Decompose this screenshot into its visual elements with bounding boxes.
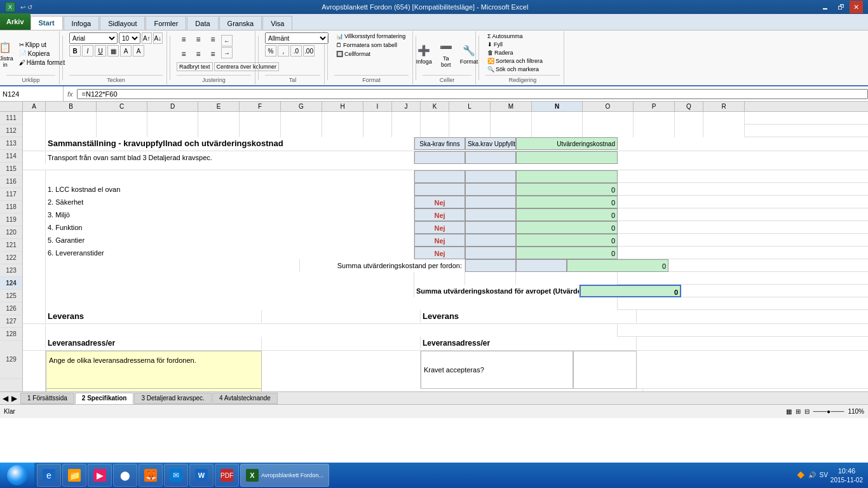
clock[interactable]: 10:46 2015-11-02 [831,466,863,484]
arkiv-button[interactable]: Arkiv [0,13,31,30]
col-header-b[interactable]: B [46,102,97,111]
row-num-128[interactable]: 128 [0,328,22,341]
row-num-130[interactable]: 130 [0,379,22,391]
sheet-nav-right[interactable]: ▶ [11,394,17,403]
cell-b121[interactable]: 6. Levereranstider [46,247,414,259]
cell-b115[interactable] [46,170,414,183]
cell-p111[interactable] [634,112,675,125]
cell-b128[interactable]: Leveransadress/er [46,337,262,349]
cell-p113[interactable]: Utvärderingskostnad [516,137,618,150]
row-num-124[interactable]: 124 [0,277,22,290]
row-num-111[interactable]: 111 [0,112,22,125]
insert-button[interactable]: ➕ Infoga [414,41,435,66]
cell-a118[interactable] [23,208,46,221]
sheet-tab-2[interactable]: 2 Specifikation [75,393,134,404]
cell-l111[interactable] [449,112,491,125]
cell-j111[interactable] [392,112,421,125]
row-num-121[interactable]: 121 [0,239,22,252]
delete-button[interactable]: ➖ Ta bort [436,38,456,69]
cell-c111[interactable] [97,112,147,125]
view-layout-icon[interactable]: ⊞ [796,408,801,415]
cell-p116[interactable]: 0 [516,183,618,196]
sheet-tab-3[interactable]: 3 Detaljerad kravspec. [134,393,212,404]
cell-e111[interactable] [198,112,240,125]
indent-decrease[interactable]: ← [221,35,233,46]
cell-p114-2[interactable] [516,151,618,164]
cell-n113[interactable]: Ska-krav finns [414,137,465,150]
cell-g111[interactable] [281,112,322,125]
cell-o111[interactable] [583,112,634,125]
cell-n128[interactable]: Leveransadress/er [421,337,637,349]
cell-p122[interactable]: 0 [567,259,668,272]
row-num-114[interactable]: 114 [0,150,22,163]
bold-button[interactable]: B [69,45,81,57]
cell-g112[interactable] [281,125,322,137]
conditional-format-button[interactable]: 📊 Villkorsstyrd formatering [334,32,407,40]
row-num-119[interactable]: 119 [0,214,22,226]
cell-n121[interactable]: Nej [414,247,465,259]
row-num-118[interactable]: 118 [0,201,22,214]
cell-a120[interactable] [23,234,46,247]
sort-button[interactable]: 🔀 Sortera och filtrera [485,57,560,65]
cell-l112[interactable] [449,125,491,137]
taskbar-outlook[interactable]: ✉ [164,464,188,487]
cell-o119[interactable] [465,221,516,234]
font-color-button[interactable]: A [133,45,144,57]
indent-increase[interactable]: → [221,47,233,58]
cell-k112[interactable] [421,125,449,137]
cell-a123[interactable] [23,272,46,285]
cell-a128[interactable] [23,337,46,349]
col-header-a[interactable]: A [23,102,46,111]
tab-sidlayout[interactable]: Sidlayout [100,16,145,30]
cell-a121[interactable] [23,247,46,259]
comma-button[interactable]: , [278,45,289,57]
font-size-select[interactable]: 10 [119,32,140,44]
cell-b114[interactable]: Transport från ovan samt blad 3 Detaljer… [46,151,414,164]
cell-m112[interactable] [491,125,532,137]
cell-p117[interactable]: 0 [516,196,618,208]
tab-infoga[interactable]: Infoga [64,16,100,30]
cell-p112[interactable] [634,125,675,137]
cell-b111[interactable] [46,112,97,125]
col-header-k[interactable]: K [421,102,449,111]
taskbar-ie[interactable]: e [37,464,61,487]
cell-b117[interactable]: 2. Säkerhet [46,196,414,208]
increase-font-button[interactable]: A↑ [142,32,151,44]
tab-start[interactable]: Start [31,16,63,30]
network-icon[interactable]: 🔶 [797,471,804,478]
taskbar-pdf[interactable]: PDF [215,464,239,487]
align-bottom-center[interactable]: ≡ [191,47,205,61]
taskbar-chrome[interactable]: ⬤ [113,464,137,487]
row-num-122[interactable]: 122 [0,252,22,264]
row-num-120[interactable]: 120 [0,226,22,239]
cell-r111[interactable] [703,112,745,125]
row-num-113[interactable]: 113 [0,137,22,150]
row-num-112[interactable]: 112 [0,125,22,137]
cell-b129[interactable]: Ange de olika leveransadresserna för for… [46,351,262,389]
cell-p118[interactable]: 0 [516,208,618,221]
cell-o115[interactable] [465,170,516,183]
cell-c112[interactable] [97,125,147,137]
cell-n115[interactable] [414,170,465,183]
cell-c130[interactable] [262,389,643,391]
align-top-center[interactable]: ≡ [191,32,205,46]
cell-n122[interactable] [465,259,516,272]
col-header-g[interactable]: G [281,102,322,111]
cell-n119[interactable]: Nej [414,221,465,234]
cell-a119[interactable] [23,221,46,234]
cell-o123[interactable] [465,272,516,285]
cell-l124[interactable]: Summa utvärderingskostand för avropet (U… [414,285,580,297]
cell-a124[interactable] [23,285,46,297]
cell-a130[interactable] [23,389,46,391]
volume-icon[interactable]: 🔊 [808,471,816,478]
find-button[interactable]: 🔍 Sök och markera [485,65,560,73]
cell-b113[interactable]: Sammanställning - kravuppfyllnad och utv… [46,137,414,150]
align-bottom-right[interactable]: ≡ [206,47,220,61]
cell-b125[interactable] [46,297,618,310]
cell-h111[interactable] [322,112,363,125]
cell-a116[interactable] [23,183,46,196]
cell-o113[interactable]: Ska.krav Uppfyllt [465,137,516,150]
number-format-select[interactable]: Allmänt [265,32,329,44]
cell-n111[interactable] [532,112,583,125]
underline-button[interactable]: U [95,45,106,57]
